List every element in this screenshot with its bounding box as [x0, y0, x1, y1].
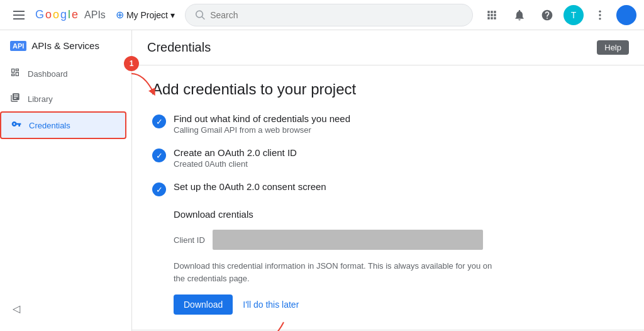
client-id-label: Client ID — [174, 235, 205, 245]
menu-button[interactable] — [8, 4, 30, 26]
step-3-content: Set up the 0Auth 2.0 consent screen — [174, 181, 326, 193]
collapse-button[interactable]: ◁ — [5, 297, 28, 320]
later-link[interactable]: I'll do this later — [243, 300, 299, 310]
sidebar-header: API APIs & Services — [0, 35, 131, 61]
google-logo: Google — [35, 8, 78, 21]
step-1-content: Find out what kind of credentials you ne… — [174, 113, 350, 135]
svg-rect-1 — [13, 14, 25, 16]
download-section: Download crentials Client ID Download th… — [174, 209, 624, 315]
sidebar-item-credentials[interactable]: Credentials — [0, 111, 126, 139]
sidebar-item-library[interactable]: Library — [0, 86, 126, 111]
topbar-left: Google APIs ⊕ My Project ▾ — [8, 4, 473, 26]
download-button[interactable]: Download — [174, 295, 233, 315]
download-description: Download this credential information in … — [174, 260, 501, 284]
svg-rect-2 — [13, 18, 25, 20]
step-1-title: Find out what kind of credentials you ne… — [174, 113, 350, 124]
svg-point-4 — [599, 14, 601, 16]
step-1: ✓ Find out what kind of credentials you … — [152, 113, 624, 135]
step-2-title: Create an OAuth 2.0 client ID — [174, 147, 297, 158]
step-3-title: Set up the 0Auth 2.0 consent screen — [174, 181, 326, 192]
help-button[interactable] — [536, 4, 558, 26]
svg-point-5 — [599, 18, 601, 20]
apps-button[interactable] — [480, 4, 503, 26]
api-badge: API — [10, 41, 26, 51]
step-1-check: ✓ — [152, 115, 166, 128]
project-label: My Project — [126, 10, 168, 20]
sidebar-header-text: APIs & Services — [31, 40, 99, 51]
library-icon — [10, 93, 20, 105]
user-avatar[interactable] — [616, 5, 636, 25]
content-body: Add credentials to your project ✓ Find o… — [132, 65, 644, 330]
avatar[interactable]: T — [564, 5, 584, 25]
client-id-row: Client ID — [174, 230, 624, 250]
content-header-title: Credentials — [147, 40, 211, 55]
project-icon: ⊕ — [116, 9, 124, 21]
step-3-check: ✓ — [152, 182, 166, 196]
search-icon — [196, 10, 205, 20]
step-2-check: ✓ — [152, 149, 166, 162]
topbar-right: T — [480, 4, 636, 26]
page-title: Add credentials to your project — [152, 81, 624, 98]
annotation-arrow-2 — [252, 319, 290, 331]
library-label: Library — [28, 94, 53, 104]
layout: API APIs & Services 1 Dashboard — [0, 30, 644, 331]
content-header: Credentials Help — [132, 30, 644, 65]
step-1-subtitle: Calling Gmail API from a web browser — [174, 125, 350, 135]
collapse-section: ◁ — [0, 292, 131, 325]
dashboard-icon — [10, 67, 20, 80]
notifications-button[interactable] — [508, 4, 531, 26]
step-2: ✓ Create an OAuth 2.0 client ID Created … — [152, 147, 624, 169]
main-wrapper: Credentials Help Add credentials to your… — [132, 30, 644, 331]
credentials-label: Credentials — [29, 121, 70, 130]
svg-rect-0 — [13, 11, 25, 12]
client-id-value — [213, 230, 483, 250]
annotation-circle-1: 1 — [124, 56, 139, 71]
dashboard-label: Dashboard — [28, 69, 68, 79]
topbar: Google APIs ⊕ My Project ▾ — [0, 0, 644, 30]
download-section-title: Download crentials — [174, 209, 624, 220]
help-button-header[interactable]: Help — [597, 40, 629, 55]
download-actions: Download I'll do this later — [174, 295, 624, 315]
chevron-down-icon: ▾ — [170, 10, 175, 20]
sidebar-item-dashboard[interactable]: Dashboard — [0, 61, 126, 86]
search-input[interactable] — [210, 10, 462, 20]
project-selector[interactable]: ⊕ My Project ▾ — [111, 6, 180, 23]
step-3: ✓ Set up the 0Auth 2.0 consent screen — [152, 181, 624, 196]
search-bar[interactable] — [185, 4, 473, 26]
more-button[interactable] — [589, 4, 611, 26]
step-2-subtitle: Created 0Auth client — [174, 159, 297, 169]
svg-point-3 — [599, 10, 601, 12]
credentials-icon — [11, 119, 21, 132]
google-apis-text: APIs — [84, 9, 106, 21]
sidebar: API APIs & Services 1 Dashboard — [0, 30, 132, 331]
step-2-content: Create an OAuth 2.0 client ID Created 0A… — [174, 147, 297, 169]
